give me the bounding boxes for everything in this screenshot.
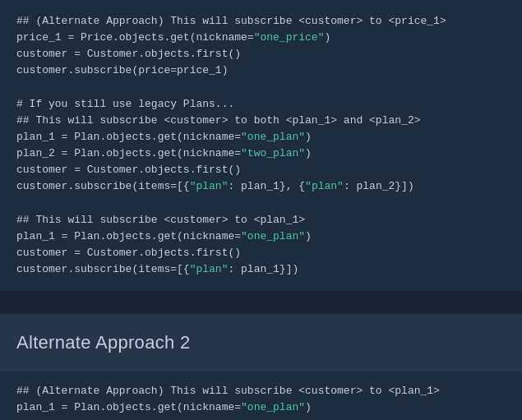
code-line: customer = Customer.objects.first(): [16, 46, 506, 62]
code-line: ## This will subscribe <customer> to bot…: [16, 113, 506, 129]
code-line: ## This will subscribe <customer> to <pl…: [16, 212, 506, 228]
section-heading-2: Alternate Approach 2: [0, 314, 522, 372]
code-line: # If you still use legacy Plans...: [16, 96, 506, 113]
blank-line: [16, 80, 506, 96]
code-line: customer.subscribe(price=price_1): [16, 62, 506, 79]
code-line: ## (Alternate Approach) This will subscr…: [16, 383, 506, 399]
code-line: customer = Customer.objects.first(): [16, 417, 506, 420]
code-line: price_1 = Price.objects.get(nickname="on…: [16, 30, 506, 46]
code-line: customer.subscribe(items=[{"plan": plan_…: [16, 178, 506, 195]
code-block-1: ## (Alternate Approach) This will subscr…: [0, 0, 522, 291]
section-spacer: [0, 291, 522, 314]
code-line: ## (Alternate Approach) This will subscr…: [16, 13, 506, 30]
page-container: ## (Alternate Approach) This will subscr…: [0, 0, 522, 420]
code-line: plan_1 = Plan.objects.get(nickname="one_…: [16, 399, 506, 416]
code-line: plan_2 = Plan.objects.get(nickname="two_…: [16, 145, 506, 162]
code-line: plan_1 = Plan.objects.get(nickname="one_…: [16, 129, 506, 145]
code-line: plan_1 = Plan.objects.get(nickname="one_…: [16, 228, 506, 245]
code-line: customer = Customer.objects.first(): [16, 162, 506, 178]
code-block-2: ## (Alternate Approach) This will subscr…: [0, 372, 522, 420]
blank-line: [16, 196, 506, 212]
code-line: customer = Customer.objects.first(): [16, 245, 506, 261]
code-line: customer.subscribe(items=[{"plan": plan_…: [16, 261, 506, 278]
